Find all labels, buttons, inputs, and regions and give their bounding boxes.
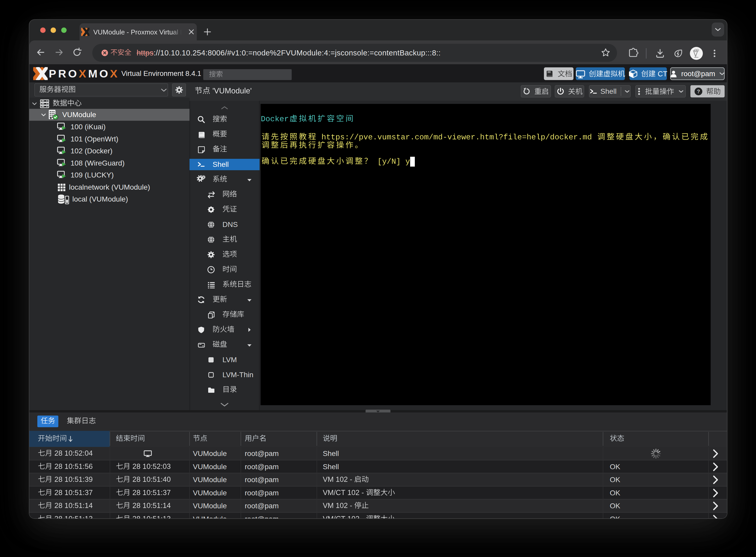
svg-text:?: ? [697,89,700,94]
